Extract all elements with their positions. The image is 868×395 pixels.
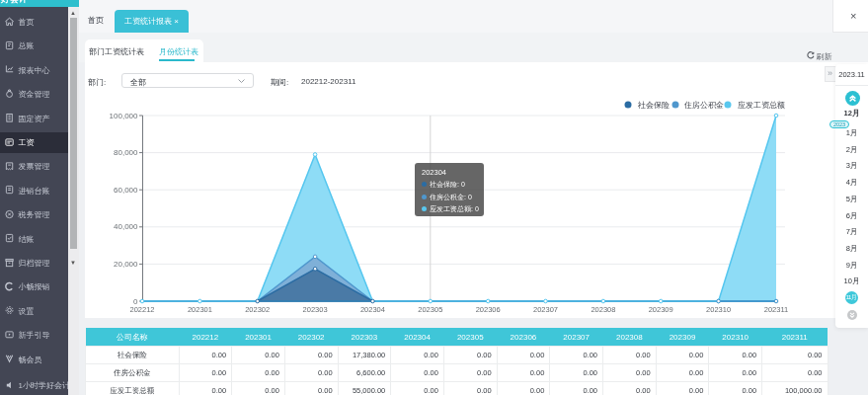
svg-text:202304: 202304 (360, 305, 385, 314)
svg-text:202308: 202308 (591, 305, 615, 314)
svg-text:60,000: 60,000 (114, 186, 138, 195)
svg-text:202306: 202306 (476, 305, 501, 314)
svg-text:202311: 202311 (764, 305, 788, 314)
svg-text:社会保险: 社会保险 (637, 101, 670, 110)
svg-text:40,000: 40,000 (114, 222, 138, 231)
svg-text:202310: 202310 (706, 305, 731, 314)
svg-text:80,000: 80,000 (114, 148, 138, 157)
svg-text:20,000: 20,000 (114, 260, 138, 269)
svg-text:202302: 202302 (245, 305, 270, 314)
svg-text:202303: 202303 (303, 305, 328, 314)
svg-text:202305: 202305 (418, 305, 442, 314)
svg-text:住房公积金: 住房公积金 (683, 101, 724, 110)
svg-text:202301: 202301 (188, 305, 212, 314)
svg-text:应发工资总额: 应发工资总额 (738, 101, 785, 110)
svg-text:202309: 202309 (649, 305, 673, 314)
svg-text:100,000: 100,000 (110, 112, 138, 120)
svg-text:202307: 202307 (533, 305, 558, 314)
svg-text:202212: 202212 (129, 305, 154, 314)
